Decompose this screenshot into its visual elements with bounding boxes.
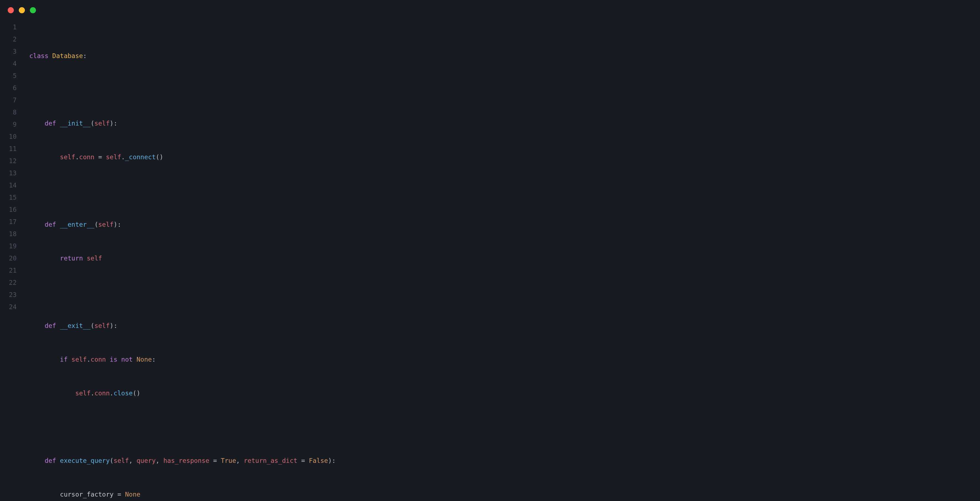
code-line[interactable]	[29, 84, 336, 95]
code-line[interactable]: self.conn.close()	[29, 387, 336, 399]
code-line[interactable]: self.conn = self._connect()	[29, 151, 336, 163]
code-editor-window: 1 2 3 4 5 6 7 8 9 10 11 12 13 14 15 16 1…	[0, 0, 980, 501]
code-content[interactable]: class Database: def __init__(self): self…	[17, 21, 336, 501]
code-line[interactable]	[29, 185, 336, 197]
line-number: 20	[0, 252, 17, 264]
line-number: 9	[0, 118, 17, 130]
code-line[interactable]	[29, 421, 336, 433]
code-line[interactable]: def execute_query(self, query, has_respo…	[29, 455, 336, 467]
line-number: 19	[0, 240, 17, 252]
code-line[interactable]: if self.conn is not None:	[29, 353, 336, 366]
line-number: 22	[0, 277, 17, 289]
code-line[interactable]: def __init__(self):	[29, 117, 336, 129]
code-line[interactable]: cursor_factory = None	[29, 488, 336, 501]
line-number: 12	[0, 155, 17, 167]
line-number-gutter: 1 2 3 4 5 6 7 8 9 10 11 12 13 14 15 16 1…	[0, 21, 17, 501]
maximize-icon[interactable]	[30, 7, 36, 13]
minimize-icon[interactable]	[19, 7, 25, 13]
line-number: 10	[0, 130, 17, 143]
code-line[interactable]: def __enter__(self):	[29, 218, 336, 231]
line-number: 13	[0, 167, 17, 179]
editor-pane[interactable]: 1 2 3 4 5 6 7 8 9 10 11 12 13 14 15 16 1…	[0, 16, 980, 501]
line-number: 7	[0, 94, 17, 106]
line-number: 16	[0, 204, 17, 216]
line-number: 24	[0, 301, 17, 313]
line-number: 17	[0, 216, 17, 228]
line-number: 3	[0, 45, 17, 57]
line-number: 15	[0, 191, 17, 204]
code-line[interactable]: return self	[29, 252, 336, 264]
line-number: 21	[0, 264, 17, 277]
line-number: 18	[0, 228, 17, 240]
line-number: 5	[0, 70, 17, 82]
line-number: 14	[0, 179, 17, 191]
code-line[interactable]: class Database:	[29, 50, 336, 62]
line-number: 4	[0, 57, 17, 70]
line-number: 1	[0, 21, 17, 33]
line-number: 8	[0, 106, 17, 118]
line-number: 6	[0, 82, 17, 94]
code-line[interactable]	[29, 286, 336, 298]
line-number: 23	[0, 289, 17, 301]
line-number: 2	[0, 33, 17, 45]
line-number: 11	[0, 143, 17, 155]
window-controls	[0, 0, 980, 16]
code-line[interactable]: def __exit__(self):	[29, 320, 336, 332]
close-icon[interactable]	[8, 7, 14, 13]
